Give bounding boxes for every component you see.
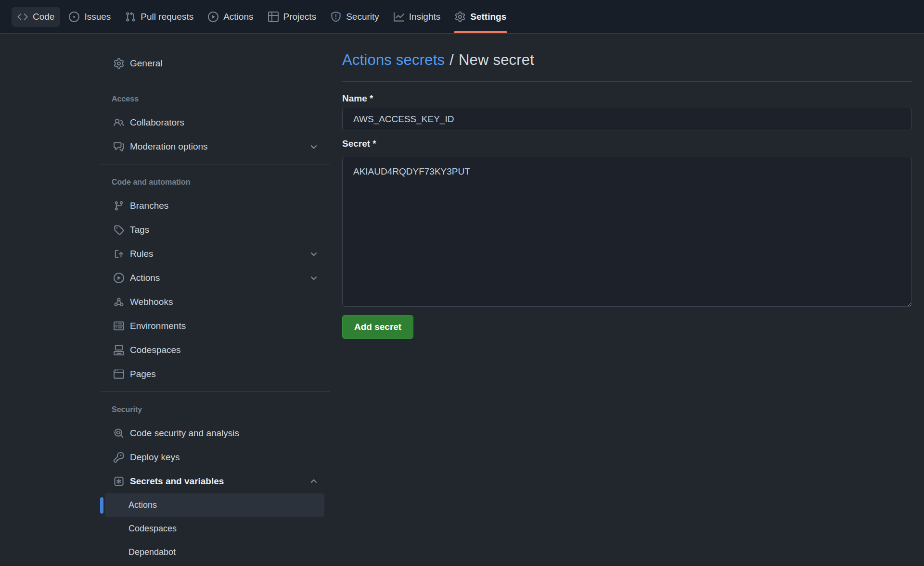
sidebar-item-webhooks[interactable]: Webhooks (100, 290, 330, 314)
nav-tab-label: Issues (84, 12, 111, 22)
sidebar-item-code-security-and-analysis[interactable]: Code security and analysis (100, 421, 330, 445)
nav-tab-issues[interactable]: Issues (63, 7, 116, 27)
secret-field-label: Secret * (342, 138, 912, 149)
breadcrumb-actions-secrets-link[interactable]: Actions secrets (342, 51, 445, 68)
gear-icon (114, 58, 124, 69)
settings-sidebar: General Access Collaborators Moderation … (100, 51, 330, 564)
sidebar-item-rules[interactable]: Rules (100, 242, 330, 266)
nav-tab-code[interactable]: Code (12, 7, 60, 27)
sidebar-item-label: Actions (130, 273, 160, 283)
nav-tab-pull-requests[interactable]: Pull requests (119, 7, 199, 27)
nav-tab-label: Code (33, 12, 54, 22)
breadcrumb-current: New secret (459, 51, 534, 68)
sidebar-item-label: Moderation options (130, 141, 208, 152)
sidebar-item-label: Rules (130, 249, 154, 259)
sidebar-subitem-dependabot[interactable]: Dependabot (100, 541, 330, 564)
nav-tab-label: Settings (470, 12, 506, 22)
sidebar-item-label: Actions (128, 500, 157, 510)
secret-name-input[interactable] (342, 108, 912, 130)
people-icon (114, 117, 124, 128)
sidebar-item-label: Code security and analysis (130, 428, 239, 439)
sidebar-item-deploy-keys[interactable]: Deploy keys (100, 445, 330, 469)
nav-tab-actions[interactable]: Actions (202, 7, 259, 27)
codescan-icon (114, 428, 124, 439)
sidebar-item-label: Collaborators (130, 117, 184, 128)
sidebar-item-label: Deploy keys (130, 452, 180, 463)
page-title: Actions secrets/New secret (342, 51, 912, 69)
nav-tab-label: Pull requests (141, 12, 193, 22)
sidebar-item-label: Webhooks (130, 297, 173, 307)
server-icon (114, 321, 124, 331)
shield-icon (331, 12, 341, 22)
code-icon (17, 12, 28, 22)
sidebar-subitem-codespaces[interactable]: Codespaces (100, 517, 330, 541)
nav-tab-security[interactable]: Security (325, 7, 385, 27)
codespaces-icon (114, 345, 124, 355)
git-branch-icon (114, 201, 124, 211)
sidebar-section-code-and-automation: Code and automation (100, 170, 330, 194)
sidebar-subitem-actions[interactable]: Actions (105, 493, 324, 517)
gear-icon (455, 12, 465, 22)
sidebar-item-general[interactable]: General (100, 51, 330, 75)
sidebar-item-codespaces[interactable]: Codespaces (100, 338, 330, 362)
add-secret-button[interactable]: Add secret (342, 315, 413, 339)
active-tab-underline (454, 31, 507, 33)
sidebar-section-security: Security (100, 397, 330, 421)
secret-value-textarea[interactable]: AKIAUD4RQDYF73KY3PUT (342, 157, 912, 307)
nav-tab-settings[interactable]: Settings (449, 7, 512, 27)
repo-tab-bar: Code Issues Pull requests Actions Projec… (0, 0, 924, 34)
sidebar-item-label: Tags (130, 225, 149, 235)
chevron-down-icon (309, 142, 319, 151)
nav-tab-projects[interactable]: Projects (262, 7, 322, 27)
sidebar-item-label: Pages (130, 369, 156, 379)
table-icon (268, 12, 279, 22)
nav-tab-label: Actions (223, 12, 253, 22)
graph-icon (394, 12, 404, 22)
sidebar-item-environments[interactable]: Environments (100, 314, 330, 338)
sidebar-item-label: Dependabot (128, 547, 176, 557)
play-circle-icon (208, 12, 218, 22)
sidebar-item-actions[interactable]: Actions (100, 266, 330, 290)
sidebar-item-label: General (130, 58, 163, 69)
sidebar-item-tags[interactable]: Tags (100, 218, 330, 242)
nav-tab-label: Security (346, 12, 379, 22)
name-field-label: Name * (342, 93, 912, 104)
nav-tab-insights[interactable]: Insights (388, 7, 446, 27)
sidebar-item-collaborators[interactable]: Collaborators (100, 111, 330, 135)
new-secret-form: Actions secrets/New secret Name * Secret… (342, 51, 912, 339)
rules-icon (114, 249, 124, 259)
play-circle-icon (114, 273, 124, 283)
active-indicator (100, 497, 103, 514)
divider (100, 81, 330, 81)
sidebar-item-label: Codespaces (128, 524, 177, 534)
settings-page: General Access Collaborators Moderation … (0, 34, 924, 564)
sidebar-item-moderation-options[interactable]: Moderation options (100, 135, 330, 159)
nav-tab-label: Insights (409, 12, 440, 22)
browser-icon (114, 369, 124, 379)
sidebar-item-label: Branches (130, 201, 168, 211)
sidebar-item-label: Secrets and variables (130, 476, 224, 487)
git-pull-request-icon (125, 12, 136, 22)
nav-tab-label: Projects (283, 12, 317, 22)
chevron-up-icon (309, 477, 319, 486)
sidebar-item-secrets-and-variables[interactable]: Secrets and variables (100, 469, 330, 493)
divider (100, 164, 330, 164)
divider (342, 81, 912, 82)
comment-discussion-icon (114, 141, 124, 152)
key-icon (114, 452, 124, 463)
issue-opened-icon (69, 12, 79, 22)
chevron-down-icon (309, 249, 319, 259)
sidebar-item-label: Codespaces (130, 345, 181, 355)
divider (100, 391, 330, 392)
tag-icon (114, 225, 124, 235)
sidebar-item-branches[interactable]: Branches (100, 194, 330, 218)
sidebar-item-pages[interactable]: Pages (100, 362, 330, 386)
sidebar-section-access: Access (100, 87, 330, 111)
asterisk-box-icon (114, 476, 124, 487)
sidebar-item-label: Environments (130, 321, 186, 331)
chevron-down-icon (309, 273, 319, 283)
breadcrumb-separator: / (449, 51, 454, 68)
webhook-icon (114, 297, 124, 307)
